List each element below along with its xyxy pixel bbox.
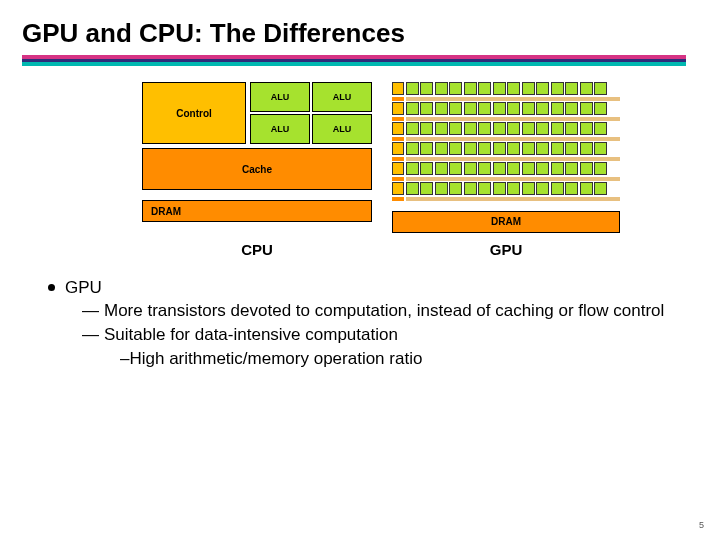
- gpu-alu-cell: [536, 162, 549, 175]
- gpu-row: [392, 142, 620, 155]
- gpu-alu-cell: [594, 142, 607, 155]
- gpu-alu-cell: [493, 122, 506, 135]
- gpu-alu-cell: [420, 122, 433, 135]
- gpu-alu-cell: [536, 182, 549, 195]
- gpu-alu-cell: [522, 122, 535, 135]
- gpu-alu-cell: [449, 122, 462, 135]
- gpu-alu-cell: [464, 122, 477, 135]
- architecture-diagrams: Control ALU ALU ALU ALU Cache DRAM DRAM: [142, 82, 698, 233]
- gpu-alu-cell: [565, 82, 578, 95]
- gpu-cache-strip: [392, 197, 620, 201]
- gpu-alu-cell: [522, 142, 535, 155]
- slide-title: GPU and CPU: The Differences: [22, 18, 698, 49]
- gpu-alu-cell: [536, 122, 549, 135]
- gpu-alu-cell: [493, 182, 506, 195]
- cpu-alu: ALU: [250, 114, 310, 144]
- gpu-alu-cell: [478, 162, 491, 175]
- gpu-label: GPU: [392, 241, 620, 258]
- title-rule: [22, 55, 686, 66]
- gpu-alu-cell: [406, 162, 419, 175]
- gpu-alu-cell: [565, 102, 578, 115]
- gpu-alu-cell: [565, 122, 578, 135]
- gpu-alu-cell: [449, 142, 462, 155]
- gpu-cache-strip: [392, 177, 620, 181]
- gpu-alu-cell: [406, 122, 419, 135]
- gpu-dram-block: DRAM: [392, 211, 620, 233]
- gpu-alu-cell: [594, 162, 607, 175]
- gpu-control-cell: [392, 122, 404, 135]
- gpu-alu-cell: [449, 162, 462, 175]
- gpu-alu-cell: [435, 162, 448, 175]
- gpu-row: [392, 122, 620, 135]
- bullet-text: More transistors devoted to computation,…: [104, 299, 664, 323]
- gpu-alu-cell: [464, 162, 477, 175]
- gpu-alu-cell: [449, 102, 462, 115]
- gpu-alu-cell: [449, 182, 462, 195]
- gpu-alu-cell: [580, 182, 593, 195]
- gpu-cache-strip: [392, 157, 620, 161]
- gpu-alu-cell: [565, 182, 578, 195]
- gpu-alu-cell: [478, 182, 491, 195]
- bullet-text: GPU: [65, 276, 102, 300]
- gpu-alu-cell: [580, 142, 593, 155]
- cpu-label: CPU: [142, 241, 372, 258]
- gpu-alu-cell: [507, 82, 520, 95]
- bullet-content: GPU — More transistors devoted to comput…: [48, 276, 698, 371]
- gpu-alu-cell: [507, 122, 520, 135]
- gpu-alu-cell: [449, 82, 462, 95]
- gpu-alu-cell: [507, 142, 520, 155]
- cpu-alu-grid: ALU ALU ALU ALU: [250, 82, 372, 144]
- dash-icon: —: [82, 323, 104, 347]
- gpu-alu-cell: [464, 182, 477, 195]
- gpu-alu-cell: [420, 82, 433, 95]
- gpu-control-cell: [392, 82, 404, 95]
- gpu-cache-strip: [392, 137, 620, 141]
- gpu-alu-cell: [594, 82, 607, 95]
- gpu-alu-cell: [435, 82, 448, 95]
- gpu-alu-cell: [478, 142, 491, 155]
- gpu-cache-strip: [392, 97, 620, 101]
- gpu-alu-cell: [551, 102, 564, 115]
- gpu-alu-cell: [493, 102, 506, 115]
- gpu-alu-cell: [580, 122, 593, 135]
- gpu-alu-cell: [420, 162, 433, 175]
- gpu-alu-cell: [594, 102, 607, 115]
- gpu-alu-cell: [551, 182, 564, 195]
- gpu-alu-cell: [507, 102, 520, 115]
- gpu-row: [392, 82, 620, 95]
- cpu-alu: ALU: [250, 82, 310, 112]
- gpu-row: [392, 102, 620, 115]
- gpu-control-cell: [392, 142, 404, 155]
- gpu-alu-cell: [478, 102, 491, 115]
- gpu-alu-cell: [522, 82, 535, 95]
- gpu-alu-cell: [594, 122, 607, 135]
- gpu-row: [392, 162, 620, 175]
- gpu-alu-cell: [478, 122, 491, 135]
- gpu-alu-cell: [507, 182, 520, 195]
- gpu-alu-cell: [420, 182, 433, 195]
- gpu-alu-cell: [493, 162, 506, 175]
- gpu-alu-cell: [536, 142, 549, 155]
- gpu-alu-cell: [493, 142, 506, 155]
- gpu-alu-cell: [536, 102, 549, 115]
- gpu-control-cell: [392, 102, 404, 115]
- dash-icon: —: [82, 299, 104, 323]
- gpu-alu-cell: [420, 142, 433, 155]
- gpu-control-cell: [392, 162, 404, 175]
- gpu-control-cell: [392, 182, 404, 195]
- gpu-alu-cell: [580, 162, 593, 175]
- bullet-text: Suitable for data-intensive computation: [104, 323, 398, 347]
- gpu-alu-cell: [522, 182, 535, 195]
- cpu-control-block: Control: [142, 82, 246, 144]
- gpu-alu-cell: [565, 142, 578, 155]
- gpu-alu-cell: [507, 162, 520, 175]
- gpu-alu-cell: [551, 162, 564, 175]
- gpu-alu-cell: [522, 102, 535, 115]
- gpu-alu-cell: [464, 142, 477, 155]
- gpu-alu-cell: [406, 82, 419, 95]
- gpu-alu-cell: [522, 162, 535, 175]
- gpu-alu-cell: [406, 182, 419, 195]
- gpu-alu-cell: [536, 82, 549, 95]
- gpu-cache-strip: [392, 117, 620, 121]
- gpu-alu-cell: [594, 182, 607, 195]
